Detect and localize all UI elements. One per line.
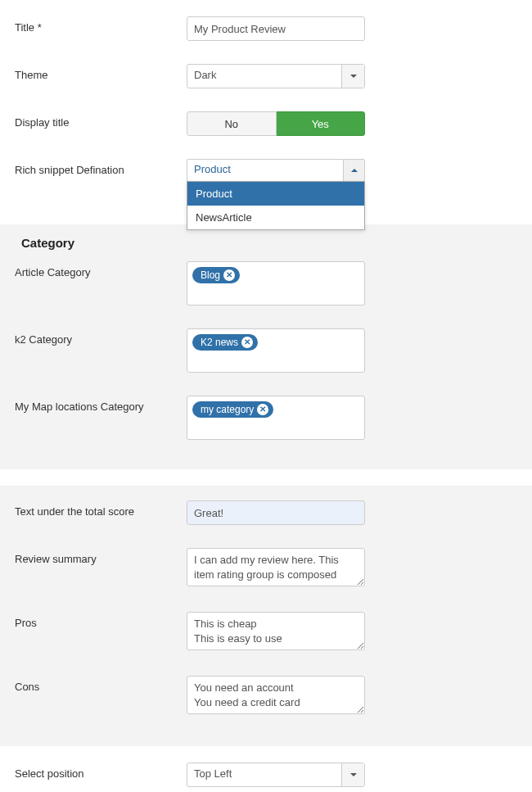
article-category-label: Article Category [15,261,187,278]
remove-tag-icon[interactable]: ✕ [241,337,253,348]
review-section: Text under the total score Review summar… [0,486,532,746]
rich-snippet-label: Rich snippet Defination [15,159,187,176]
tag-label: my category [201,403,254,416]
title-input[interactable] [187,16,365,41]
select-position-value: Top Left [187,763,341,786]
display-title-label: Display title [15,111,187,129]
tag-label: Blog [201,269,220,282]
rich-snippet-select[interactable]: Product [187,159,365,182]
chevron-down-icon [341,763,364,786]
rich-snippet-option-product[interactable]: Product [187,182,364,206]
title-label: Title * [15,16,187,34]
review-summary-textarea[interactable] [187,548,365,586]
select-position-label: Select position [15,763,187,780]
display-title-yes-button[interactable]: Yes [277,111,366,136]
map-category-input[interactable]: my category ✕ [187,396,365,440]
rich-snippet-options: Product NewsArticle [187,181,365,230]
review-summary-label: Review summary [15,548,187,565]
score-text-label: Text under the total score [15,500,187,518]
remove-tag-icon[interactable]: ✕ [257,404,268,415]
theme-value: Dark [187,65,341,88]
display-title-toggle: No Yes [187,111,365,136]
select-position-select[interactable]: Top Left [187,763,365,787]
display-title-no-button[interactable]: No [187,111,277,136]
rich-snippet-option-newsarticle[interactable]: NewsArticle [187,206,364,229]
k2-category-input[interactable]: K2 news ✕ [187,328,365,373]
cons-label: Cons [15,676,187,693]
remove-tag-icon[interactable]: ✕ [223,269,235,281]
k2-category-label: k2 Category [15,328,187,346]
pros-label: Pros [15,612,187,629]
tag-label: K2 news [201,336,238,349]
rich-snippet-value: Product [187,160,343,181]
map-category-tag[interactable]: my category ✕ [192,401,273,418]
chevron-down-icon [341,65,364,88]
article-category-tag[interactable]: Blog ✕ [192,267,240,283]
article-category-input[interactable]: Blog ✕ [187,261,365,305]
map-category-label: My Map locations Category [15,396,187,413]
score-text-input[interactable] [187,500,365,525]
k2-category-tag[interactable]: K2 news ✕ [192,334,258,351]
theme-select[interactable]: Dark [187,64,365,88]
cons-textarea[interactable] [187,676,365,714]
category-section: Category Article Category Blog ✕ k2 Cate… [0,224,532,469]
pros-textarea[interactable] [187,612,365,650]
chevron-up-icon [343,160,364,181]
theme-label: Theme [15,64,187,81]
